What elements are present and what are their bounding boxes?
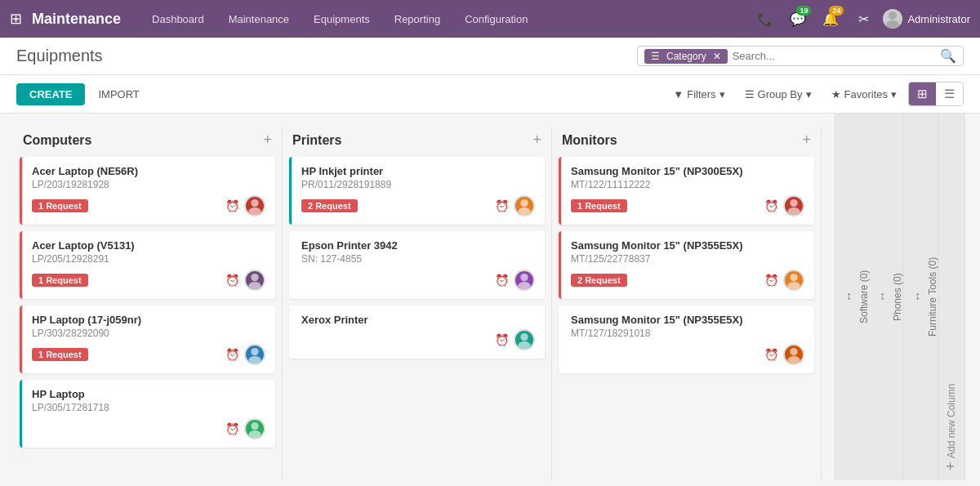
category-filter-tag[interactable]: ☰ Category ✕ bbox=[644, 49, 728, 64]
star-icon: ★ bbox=[831, 88, 841, 100]
kanban-view-button[interactable]: ⊞ bbox=[909, 82, 936, 105]
card-subtitle: LP/205/12928291 bbox=[32, 253, 265, 265]
card-title: Xerox Printer bbox=[301, 314, 535, 326]
svg-point-16 bbox=[790, 199, 797, 207]
clock-icon: ⏰ bbox=[495, 274, 509, 287]
kanban-card-1-2[interactable]: Xerox Printer ⏰ bbox=[289, 305, 545, 359]
activity-icon-btn[interactable]: 🔔24 bbox=[817, 6, 844, 32]
groupby-chevron: ▾ bbox=[806, 88, 812, 100]
card-icons: ⏰ bbox=[764, 344, 804, 365]
create-button[interactable]: CREATE bbox=[16, 83, 85, 105]
app-grid-icon[interactable]: ⊞ bbox=[10, 10, 22, 28]
view-toggle: ⊞ ☰ bbox=[908, 82, 964, 106]
nav-dashboard[interactable]: Dashboard bbox=[140, 8, 216, 30]
phone-icon-btn[interactable]: 📞 bbox=[752, 6, 778, 32]
filter-icon: ▼ bbox=[673, 88, 684, 100]
add-column-button[interactable]: +Add new Column bbox=[938, 114, 965, 480]
request-badge-0-1: 1 Request bbox=[32, 274, 88, 287]
settings-icon-btn[interactable]: ✂ bbox=[850, 6, 876, 32]
kanban-card-0-0[interactable]: Acer Laptop (NE56R) LP/203/19281928 1 Re… bbox=[20, 157, 275, 225]
card-icons: ⏰ bbox=[764, 270, 804, 291]
sidebar-col-label-1: Phones (0) bbox=[892, 273, 903, 321]
filter-tag-icon: ☰ bbox=[651, 51, 660, 62]
card-icons: ⏰ bbox=[764, 195, 804, 216]
filter-tag-close[interactable]: ✕ bbox=[713, 51, 721, 62]
svg-point-9 bbox=[248, 430, 261, 438]
sidebar-col-label-2: Furniture Tools (0) bbox=[927, 257, 938, 337]
card-avatar bbox=[514, 270, 535, 291]
nav-links: Dashboard Maintenance Equipments Reporti… bbox=[140, 8, 749, 30]
svg-point-19 bbox=[787, 282, 800, 289]
nav-equipments[interactable]: Equipments bbox=[302, 8, 381, 30]
sidebar-col-0[interactable]: ↔ Software (0) bbox=[835, 114, 869, 480]
nav-reporting[interactable]: Reporting bbox=[383, 8, 452, 30]
card-icons: ⏰ bbox=[225, 418, 265, 439]
svg-point-12 bbox=[520, 274, 528, 281]
chat-icon-btn[interactable]: 💬19 bbox=[785, 6, 811, 32]
column-add-0[interactable]: + bbox=[263, 132, 272, 149]
svg-point-14 bbox=[520, 333, 528, 341]
nav-icon-group: 📞 💬19 🔔24 ✂ Administrator bbox=[752, 6, 970, 32]
card-avatar bbox=[244, 344, 265, 365]
request-badge-1-0: 2 Request bbox=[301, 199, 358, 212]
svg-point-5 bbox=[248, 282, 261, 289]
card-icons: ⏰ bbox=[225, 344, 265, 365]
card-footer: ⏰ bbox=[32, 418, 265, 439]
card-avatar bbox=[514, 329, 535, 350]
card-title: HP Laptop (17-j059nr) bbox=[32, 314, 265, 326]
column-add-2[interactable]: + bbox=[802, 132, 811, 149]
search-bar[interactable]: ☰ Category ✕ 🔍 bbox=[637, 46, 964, 66]
card-title: Epson Printer 3942 bbox=[301, 239, 535, 252]
chat-badge: 19 bbox=[796, 6, 811, 16]
admin-label: Administrator bbox=[907, 13, 970, 25]
card-subtitle: LP/203/19281928 bbox=[32, 179, 265, 190]
sidebar-col-2[interactable]: ↔ Furniture Tools (0) bbox=[904, 114, 938, 480]
column-add-1[interactable]: + bbox=[532, 132, 541, 149]
sidebar-col-1[interactable]: ↔ Phones (0) bbox=[869, 114, 903, 480]
svg-point-20 bbox=[790, 348, 797, 355]
filters-button[interactable]: ▼ Filters ▾ bbox=[665, 85, 733, 104]
nav-maintenance[interactable]: Maintenance bbox=[217, 8, 301, 30]
search-icon[interactable]: 🔍 bbox=[940, 48, 956, 64]
kanban-card-1-1[interactable]: Epson Printer 3942 SN: 127-4855 ⏰ bbox=[289, 231, 545, 299]
card-title: Samsung Monitor 15" (NP355E5X) bbox=[571, 239, 804, 252]
clock-icon: ⏰ bbox=[764, 348, 778, 361]
kanban-card-0-1[interactable]: Acer Laptop (V5131) LP/205/12928291 1 Re… bbox=[20, 231, 275, 299]
card-subtitle: MT/125/22778837 bbox=[571, 253, 804, 265]
card-icons: ⏰ bbox=[225, 270, 265, 291]
card-avatar bbox=[783, 270, 804, 291]
nav-configuration[interactable]: Configuration bbox=[453, 8, 539, 30]
card-footer: 1 Request ⏰ bbox=[32, 195, 265, 216]
admin-menu[interactable]: Administrator bbox=[883, 9, 970, 29]
card-footer: 2 Request ⏰ bbox=[571, 270, 804, 291]
filter-tag-label: Category bbox=[666, 51, 706, 62]
column-title-1: Printers bbox=[292, 133, 341, 148]
kanban-card-2-0[interactable]: Samsung Monitor 15" (NP300E5X) MT/122/11… bbox=[559, 157, 814, 225]
card-avatar bbox=[244, 195, 265, 216]
favorites-button[interactable]: ★ Favorites ▾ bbox=[823, 85, 905, 104]
search-input[interactable] bbox=[733, 50, 940, 62]
admin-avatar bbox=[883, 9, 902, 29]
card-subtitle: LP/303/28292090 bbox=[32, 328, 265, 339]
kanban-card-2-2[interactable]: Samsung Monitor 15" (NP355E5X) MT/127/18… bbox=[559, 305, 814, 373]
card-avatar bbox=[244, 418, 265, 439]
kanban-card-2-1[interactable]: Samsung Monitor 15" (NP355E5X) MT/125/22… bbox=[559, 231, 814, 299]
kanban-card-0-3[interactable]: HP Laptop LP/305/17281718 ⏰ bbox=[20, 380, 275, 448]
card-title: Acer Laptop (NE56R) bbox=[32, 165, 265, 177]
import-button[interactable]: IMPORT bbox=[91, 83, 145, 105]
clock-icon: ⏰ bbox=[764, 199, 778, 212]
card-avatar bbox=[514, 195, 535, 216]
list-view-button[interactable]: ☰ bbox=[936, 82, 963, 105]
page-header: Equipments ☰ Category ✕ 🔍 bbox=[0, 38, 980, 75]
clock-icon: ⏰ bbox=[225, 348, 239, 361]
toolbar: CREATE IMPORT ▼ Filters ▾ ☰ Group By ▾ ★… bbox=[0, 75, 980, 114]
kanban-card-1-0[interactable]: HP Inkjet printer PR/011/2928191889 2 Re… bbox=[289, 157, 545, 225]
kanban-card-0-2[interactable]: HP Laptop (17-j059nr) LP/303/28292090 1 … bbox=[20, 305, 275, 373]
card-subtitle: SN: 127-4855 bbox=[301, 253, 535, 265]
card-avatar bbox=[783, 195, 804, 216]
clock-icon: ⏰ bbox=[225, 422, 239, 435]
groupby-button[interactable]: ☰ Group By ▾ bbox=[737, 85, 820, 104]
sidebar-col-label-0: Software (0) bbox=[858, 270, 870, 323]
expand-icon: ↔ bbox=[875, 292, 889, 303]
svg-point-21 bbox=[787, 356, 800, 363]
